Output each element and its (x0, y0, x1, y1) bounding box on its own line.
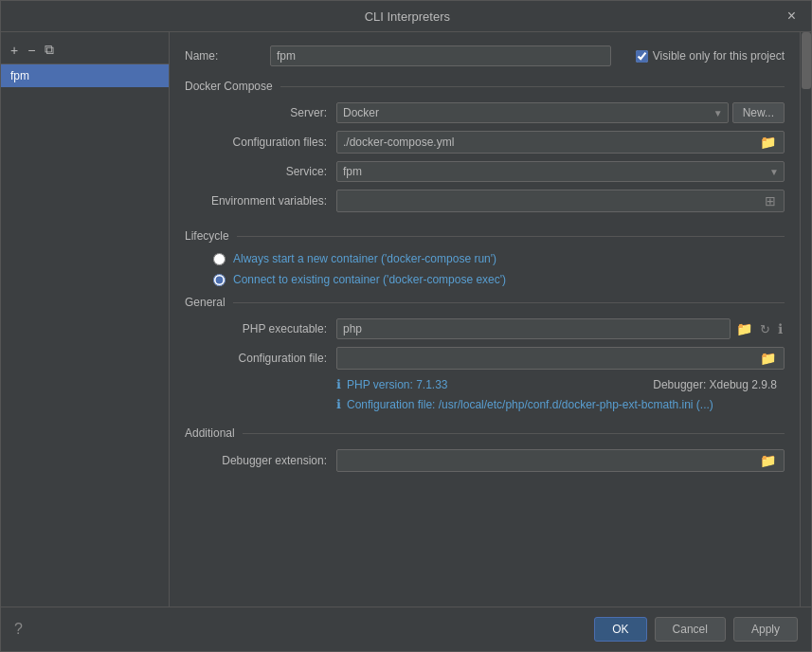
visible-check-container: Visible only for this project (636, 49, 785, 63)
apply-button[interactable]: Apply (733, 617, 798, 642)
visible-only-checkbox[interactable] (636, 50, 648, 63)
env-vars-label: Environment variables: (185, 194, 336, 208)
config-info-icon: ℹ (336, 397, 341, 411)
title-bar: CLI Interpreters × (1, 1, 811, 32)
service-select[interactable]: fpm (336, 161, 785, 182)
php-exec-input[interactable] (336, 318, 731, 339)
php-version-text: PHP version: 7.1.33 (347, 378, 448, 391)
new-server-button[interactable]: New... (732, 102, 785, 123)
bottom-right: OK Cancel Apply (594, 617, 798, 642)
copy-interpreter-button[interactable]: ⧉ (41, 40, 58, 60)
lifecycle-option1-label: Always start a new container ('docker-co… (233, 252, 496, 265)
service-label: Service: (185, 165, 336, 178)
debugger-ext-label: Debugger extension: (185, 454, 336, 467)
top-row: Name: Visible only for this project (185, 45, 785, 66)
lifecycle-option1-row: Always start a new container ('docker-co… (213, 252, 785, 265)
lifecycle-radio-group: Always start a new container ('docker-co… (185, 252, 785, 286)
name-input[interactable] (270, 45, 611, 66)
dialog: CLI Interpreters × + − ⧉ fpm Name: Visib… (0, 0, 812, 652)
config-files-label: Configuration files: (185, 136, 336, 149)
sidebar: + − ⧉ fpm (1, 32, 170, 607)
dialog-title: CLI Interpreters (31, 9, 784, 24)
general-section-header: General (185, 296, 785, 309)
env-vars-row: Environment variables: ⊞ (185, 190, 785, 212)
server-select[interactable]: Docker (336, 102, 729, 123)
config-files-row: Configuration files: ./docker-compose.ym… (185, 131, 785, 154)
server-control: Docker ▼ New... (336, 102, 785, 123)
config-info-text[interactable]: Configuration file: /usr/local/etc/php/c… (347, 398, 713, 411)
service-select-wrapper: fpm ▼ (336, 161, 785, 182)
bottom-left: ? (14, 621, 23, 638)
php-version-info-icon: ℹ (336, 377, 341, 391)
debugger-ext-control: 📁 (336, 449, 785, 472)
remove-interpreter-button[interactable]: − (24, 41, 39, 60)
service-control: fpm ▼ (336, 161, 785, 182)
sidebar-item-fpm[interactable]: fpm (1, 64, 169, 87)
env-vars-icon[interactable]: ⊞ (763, 193, 778, 208)
additional-section-header: Additional (185, 426, 785, 440)
config-file-control: 📁 (336, 347, 785, 370)
docker-compose-section-header: Docker Compose (185, 80, 785, 93)
visible-only-label: Visible only for this project (653, 49, 785, 63)
config-files-field[interactable]: ./docker-compose.yml 📁 (336, 131, 785, 154)
help-icon[interactable]: ? (14, 621, 23, 638)
env-vars-control: ⊞ (336, 190, 785, 212)
config-info-row: ℹ Configuration file: /usr/local/etc/php… (185, 397, 785, 411)
config-file-field[interactable]: 📁 (336, 347, 785, 370)
lifecycle-option1-radio[interactable] (213, 253, 226, 265)
main-content: + − ⧉ fpm Name: Visible only for this pr… (1, 32, 811, 607)
lifecycle-option2-row: Connect to existing container ('docker-c… (213, 273, 785, 286)
debugger-ext-folder-icon[interactable]: 📁 (758, 453, 778, 468)
env-vars-field[interactable]: ⊞ (336, 190, 785, 212)
config-file-row: Configuration file: 📁 (185, 347, 785, 370)
debugger-ext-row: Debugger extension: 📁 (185, 449, 785, 472)
ok-button[interactable]: OK (594, 617, 646, 642)
php-exec-folder-icon[interactable]: 📁 (734, 321, 754, 336)
php-exec-row: PHP executable: 📁 ↻ ℹ (185, 318, 785, 339)
server-row: Server: Docker ▼ New... (185, 102, 785, 123)
scrollbar-thumb[interactable] (802, 32, 811, 89)
service-row: Service: fpm ▼ (185, 161, 785, 182)
config-file-label: Configuration file: (185, 352, 336, 365)
config-files-control: ./docker-compose.yml 📁 (336, 131, 785, 154)
config-file-folder-icon[interactable]: 📁 (758, 351, 778, 366)
scrollbar[interactable] (800, 32, 811, 607)
php-exec-control: 📁 ↻ ℹ (336, 318, 785, 339)
php-exec-refresh-icon[interactable]: ↻ (758, 322, 772, 336)
bottom-bar: ? OK Cancel Apply (1, 607, 811, 651)
close-button[interactable]: × (784, 9, 800, 24)
lifecycle-option2-radio[interactable] (213, 274, 226, 286)
php-version-row: ℹ PHP version: 7.1.33 Debugger: Xdebug 2… (185, 377, 785, 391)
debugger-ext-field[interactable]: 📁 (336, 449, 785, 472)
config-files-folder-icon[interactable]: 📁 (758, 135, 778, 150)
name-label: Name: (185, 49, 261, 63)
right-panel: Name: Visible only for this project Dock… (170, 32, 800, 607)
debugger-text: Debugger: Xdebug 2.9.8 (653, 378, 785, 391)
cancel-button[interactable]: Cancel (655, 617, 726, 642)
server-select-wrapper: Docker ▼ (336, 102, 729, 123)
php-exec-info-icon[interactable]: ℹ (776, 321, 785, 336)
add-interpreter-button[interactable]: + (7, 41, 22, 60)
lifecycle-section-header: Lifecycle (185, 229, 785, 243)
lifecycle-option2-label: Connect to existing container ('docker-c… (233, 273, 506, 286)
server-label: Server: (185, 106, 336, 119)
php-exec-label: PHP executable: (185, 322, 336, 335)
sidebar-toolbar: + − ⧉ (1, 36, 169, 64)
